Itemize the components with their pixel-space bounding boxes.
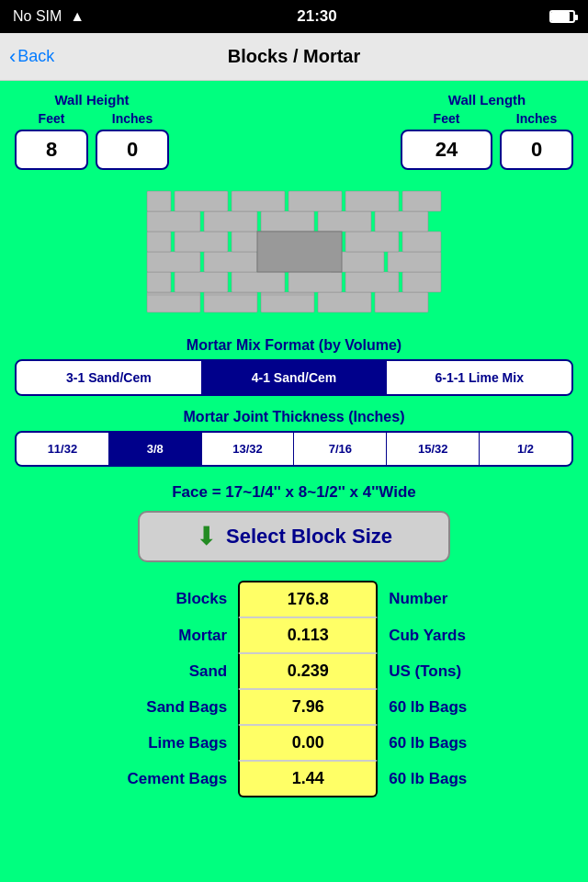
joint-thickness-title: Mortar Joint Thickness (Inches) xyxy=(15,409,573,425)
brick-wall-image xyxy=(138,184,450,326)
carrier-label: No SIM ▲ xyxy=(13,8,85,25)
thickness-option-4[interactable]: 15/32 xyxy=(387,433,480,465)
svg-rect-14 xyxy=(388,252,441,272)
result-value: 0.113 xyxy=(238,617,378,653)
svg-rect-31 xyxy=(257,232,342,272)
wall-length-feet-group: Feet 24 xyxy=(401,111,492,170)
wall-height-inches-label: Inches xyxy=(112,111,153,126)
svg-rect-8 xyxy=(345,272,399,292)
result-row: Blocks176.8Number xyxy=(15,581,573,617)
result-value: 176.8 xyxy=(238,581,378,617)
thickness-option-3[interactable]: 7/16 xyxy=(294,433,387,465)
brick-image-area xyxy=(15,181,573,328)
face-info: Face = 17~1/4'' x 8~1/2'' x 4''Wide xyxy=(15,483,573,502)
result-value: 1.44 xyxy=(238,761,378,797)
result-row: Sand Bags7.9660 lb Bags xyxy=(15,689,573,725)
svg-rect-19 xyxy=(147,232,171,252)
mortar-mix-option-1[interactable]: 4-1 Sand/Cem xyxy=(202,361,388,394)
thickness-option-5[interactable]: 1/2 xyxy=(480,433,571,465)
wall-height-feet-input[interactable]: 8 xyxy=(15,130,88,170)
svg-rect-20 xyxy=(147,211,200,232)
result-row: Cement Bags1.4460 lb Bags xyxy=(15,761,573,797)
svg-rect-33 xyxy=(204,292,257,296)
result-label: Sand xyxy=(15,653,238,689)
wall-length-feet-label: Feet xyxy=(434,111,460,126)
result-value: 7.96 xyxy=(238,689,378,725)
result-value: 0.239 xyxy=(238,653,378,689)
mortar-mix-option-2[interactable]: 6-1-1 Lime Mix xyxy=(387,361,571,394)
wall-inputs: Wall Height Feet 8 Inches 0 Wall Length … xyxy=(15,92,573,170)
svg-rect-11 xyxy=(147,252,200,272)
svg-rect-7 xyxy=(288,272,342,292)
svg-rect-26 xyxy=(232,191,285,211)
svg-rect-12 xyxy=(204,252,257,272)
back-button[interactable]: ‹ Back xyxy=(9,47,54,67)
result-unit: US (Tons) xyxy=(378,653,573,689)
result-row: Lime Bags0.0060 lb Bags xyxy=(15,725,573,761)
result-unit: 60 lb Bags xyxy=(378,689,573,725)
result-label: Cement Bags xyxy=(15,761,238,797)
svg-rect-15 xyxy=(175,232,228,252)
svg-rect-25 xyxy=(175,191,228,211)
svg-rect-18 xyxy=(402,232,441,252)
status-time: 21:30 xyxy=(297,7,336,26)
back-chevron-icon: ‹ xyxy=(9,47,16,67)
main-content: Wall Height Feet 8 Inches 0 Wall Length … xyxy=(0,81,588,816)
svg-rect-5 xyxy=(175,272,228,292)
select-block-label: Select Block Size xyxy=(226,525,392,548)
wall-height-label: Wall Height xyxy=(54,92,129,107)
result-label: Mortar xyxy=(15,617,238,653)
status-right xyxy=(549,10,575,23)
result-label: Lime Bags xyxy=(15,725,238,761)
result-unit: 60 lb Bags xyxy=(378,761,573,797)
wall-height-inches-input[interactable]: 0 xyxy=(96,130,169,170)
wall-length-inches-input[interactable]: 0 xyxy=(500,130,573,170)
result-label: Sand Bags xyxy=(15,689,238,725)
thickness-option-1[interactable]: 3/8 xyxy=(109,433,202,465)
result-unit: 60 lb Bags xyxy=(378,725,573,761)
nav-bar: ‹ Back Blocks / Mortar xyxy=(0,33,588,81)
page-title: Blocks / Mortar xyxy=(228,46,360,67)
svg-rect-6 xyxy=(232,272,285,292)
svg-rect-34 xyxy=(261,292,314,296)
result-row: Mortar0.113Cub Yards xyxy=(15,617,573,653)
wall-height-feet-label: Feet xyxy=(39,111,65,126)
wall-length-inches-group: Inches 0 xyxy=(500,111,573,170)
mortar-mix-option-0[interactable]: 3-1 Sand/Cem xyxy=(17,361,202,394)
thickness-option-0[interactable]: 11/32 xyxy=(17,433,109,465)
wall-length-inches-label: Inches xyxy=(516,111,557,126)
back-label: Back xyxy=(17,47,54,66)
svg-rect-30 xyxy=(147,191,171,211)
svg-rect-23 xyxy=(318,211,371,232)
wall-length-feet-input[interactable]: 24 xyxy=(401,130,492,170)
svg-rect-27 xyxy=(288,191,342,211)
status-bar: No SIM ▲ 21:30 xyxy=(0,0,588,33)
svg-rect-3 xyxy=(318,292,371,312)
wall-length-sub-row: Feet 24 Inches 0 xyxy=(401,111,573,170)
battery-icon xyxy=(549,10,575,23)
wall-height-group: Wall Height Feet 8 Inches 0 xyxy=(15,92,169,170)
result-unit: Number xyxy=(378,581,573,617)
joint-thickness-group: 11/32 3/8 13/32 7/16 15/32 1/2 xyxy=(15,431,573,467)
svg-rect-10 xyxy=(147,272,171,292)
mortar-mix-group: 3-1 Sand/Cem 4-1 Sand/Cem 6-1-1 Lime Mix xyxy=(15,359,573,396)
svg-rect-32 xyxy=(147,292,200,296)
results-table: Blocks176.8NumberMortar0.113Cub YardsSan… xyxy=(15,581,573,797)
select-block-button[interactable]: ⬇ Select Block Size xyxy=(138,511,450,562)
svg-rect-9 xyxy=(402,272,441,292)
svg-rect-4 xyxy=(375,292,428,312)
svg-rect-22 xyxy=(261,211,314,232)
svg-rect-21 xyxy=(204,211,257,232)
wall-length-label: Wall Length xyxy=(448,92,526,107)
svg-rect-28 xyxy=(345,191,399,211)
mortar-mix-title: Mortar Mix Format (by Volume) xyxy=(15,337,573,354)
result-row: Sand0.239US (Tons) xyxy=(15,653,573,689)
result-value: 0.00 xyxy=(238,725,378,761)
thickness-option-2[interactable]: 13/32 xyxy=(202,433,295,465)
svg-rect-17 xyxy=(345,232,399,252)
wall-length-group: Wall Length Feet 24 Inches 0 xyxy=(401,92,573,170)
svg-rect-29 xyxy=(402,191,441,211)
result-label: Blocks xyxy=(15,581,238,617)
result-unit: Cub Yards xyxy=(378,617,573,653)
svg-rect-24 xyxy=(375,211,428,232)
